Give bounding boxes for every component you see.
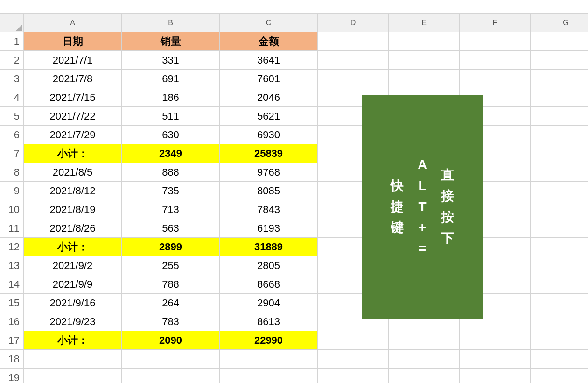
column-header-F[interactable]: F: [460, 14, 531, 32]
cell-empty[interactable]: [531, 219, 588, 238]
cell-B12[interactable]: 2899: [122, 238, 220, 256]
row-header-15[interactable]: 15: [0, 294, 24, 312]
cell-empty[interactable]: [318, 32, 389, 51]
cell-A8[interactable]: 2021/8/5: [24, 163, 122, 182]
cell-empty[interactable]: [460, 70, 531, 88]
cell-B16[interactable]: 783: [122, 312, 220, 331]
cell-B18[interactable]: [122, 350, 220, 369]
cell-empty[interactable]: [531, 331, 588, 350]
row-header-2[interactable]: 2: [0, 51, 24, 70]
cell-A13[interactable]: 2021/9/2: [24, 256, 122, 275]
row-header-18[interactable]: 18: [0, 350, 24, 369]
row-header-9[interactable]: 9: [0, 182, 24, 200]
cell-B15[interactable]: 264: [122, 294, 220, 312]
cell-C12[interactable]: 31889: [220, 238, 318, 256]
row-header-11[interactable]: 11: [0, 219, 24, 238]
column-header-G[interactable]: G: [531, 14, 588, 32]
cell-C16[interactable]: 8613: [220, 312, 318, 331]
cell-A17[interactable]: 小计：: [24, 331, 122, 350]
row-header-13[interactable]: 13: [0, 256, 24, 275]
spreadsheet-grid[interactable]: A B C D E F G 1日期销量金额22021/7/13313641320…: [0, 13, 588, 383]
cell-empty[interactable]: [318, 51, 389, 70]
cell-C10[interactable]: 7843: [220, 200, 318, 219]
cell-A3[interactable]: 2021/7/8: [24, 70, 122, 88]
cell-C2[interactable]: 3641: [220, 51, 318, 70]
cell-empty[interactable]: [531, 182, 588, 200]
cell-empty[interactable]: [389, 32, 460, 51]
cell-C6[interactable]: 6930: [220, 126, 318, 144]
cell-B3[interactable]: 691: [122, 70, 220, 88]
cell-B2[interactable]: 331: [122, 51, 220, 70]
cell-empty[interactable]: [318, 70, 389, 88]
name-box[interactable]: [5, 1, 84, 11]
row-header-8[interactable]: 8: [0, 163, 24, 182]
column-header-C[interactable]: C: [220, 14, 318, 32]
row-header-12[interactable]: 12: [0, 238, 24, 256]
cell-A7[interactable]: 小计：: [24, 144, 122, 163]
cell-A14[interactable]: 2021/9/9: [24, 275, 122, 294]
cell-empty[interactable]: [531, 369, 588, 383]
row-header-4[interactable]: 4: [0, 88, 24, 107]
cell-empty[interactable]: [460, 369, 531, 383]
cell-B14[interactable]: 788: [122, 275, 220, 294]
column-header-B[interactable]: B: [122, 14, 220, 32]
cell-B6[interactable]: 630: [122, 126, 220, 144]
cell-A9[interactable]: 2021/8/12: [24, 182, 122, 200]
cell-A5[interactable]: 2021/7/22: [24, 107, 122, 126]
select-all-corner[interactable]: [0, 14, 24, 32]
cell-empty[interactable]: [389, 331, 460, 350]
cell-B8[interactable]: 888: [122, 163, 220, 182]
cell-A6[interactable]: 2021/7/29: [24, 126, 122, 144]
cell-empty[interactable]: [531, 294, 588, 312]
row-header-16[interactable]: 16: [0, 312, 24, 331]
cell-empty[interactable]: [531, 163, 588, 182]
cell-empty[interactable]: [531, 107, 588, 126]
cell-empty[interactable]: [389, 350, 460, 369]
cell-C7[interactable]: 25839: [220, 144, 318, 163]
cell-empty[interactable]: [531, 256, 588, 275]
cell-C18[interactable]: [220, 350, 318, 369]
cell-A10[interactable]: 2021/8/19: [24, 200, 122, 219]
cell-C4[interactable]: 2046: [220, 88, 318, 107]
cell-C17[interactable]: 22990: [220, 331, 318, 350]
cell-A11[interactable]: 2021/8/26: [24, 219, 122, 238]
row-header-17[interactable]: 17: [0, 331, 24, 350]
cell-empty[interactable]: [531, 238, 588, 256]
cell-B1[interactable]: 销量: [122, 32, 220, 51]
cell-A18[interactable]: [24, 350, 122, 369]
cell-A4[interactable]: 2021/7/15: [24, 88, 122, 107]
cell-empty[interactable]: [460, 331, 531, 350]
cell-A12[interactable]: 小计：: [24, 238, 122, 256]
cell-B17[interactable]: 2090: [122, 331, 220, 350]
cell-C19[interactable]: [220, 369, 318, 383]
row-header-7[interactable]: 7: [0, 144, 24, 163]
cell-empty[interactable]: [460, 32, 531, 51]
cell-B7[interactable]: 2349: [122, 144, 220, 163]
cell-B10[interactable]: 713: [122, 200, 220, 219]
cell-C11[interactable]: 6193: [220, 219, 318, 238]
cell-empty[interactable]: [460, 350, 531, 369]
cell-B19[interactable]: [122, 369, 220, 383]
cell-empty[interactable]: [460, 51, 531, 70]
cell-empty[interactable]: [531, 32, 588, 51]
cell-empty[interactable]: [318, 369, 389, 383]
cell-B5[interactable]: 511: [122, 107, 220, 126]
cell-empty[interactable]: [318, 350, 389, 369]
cell-empty[interactable]: [389, 70, 460, 88]
cell-C5[interactable]: 5621: [220, 107, 318, 126]
cell-C14[interactable]: 8668: [220, 275, 318, 294]
cell-empty[interactable]: [531, 350, 588, 369]
column-header-A[interactable]: A: [24, 14, 122, 32]
cell-B11[interactable]: 563: [122, 219, 220, 238]
cell-empty[interactable]: [531, 70, 588, 88]
cell-C3[interactable]: 7601: [220, 70, 318, 88]
cell-A15[interactable]: 2021/9/16: [24, 294, 122, 312]
formula-input[interactable]: [131, 1, 219, 11]
cell-empty[interactable]: [318, 331, 389, 350]
row-header-1[interactable]: 1: [0, 32, 24, 51]
cell-empty[interactable]: [389, 51, 460, 70]
cell-C8[interactable]: 9768: [220, 163, 318, 182]
row-header-19[interactable]: 19: [0, 369, 24, 383]
row-header-10[interactable]: 10: [0, 200, 24, 219]
cell-A16[interactable]: 2021/9/23: [24, 312, 122, 331]
